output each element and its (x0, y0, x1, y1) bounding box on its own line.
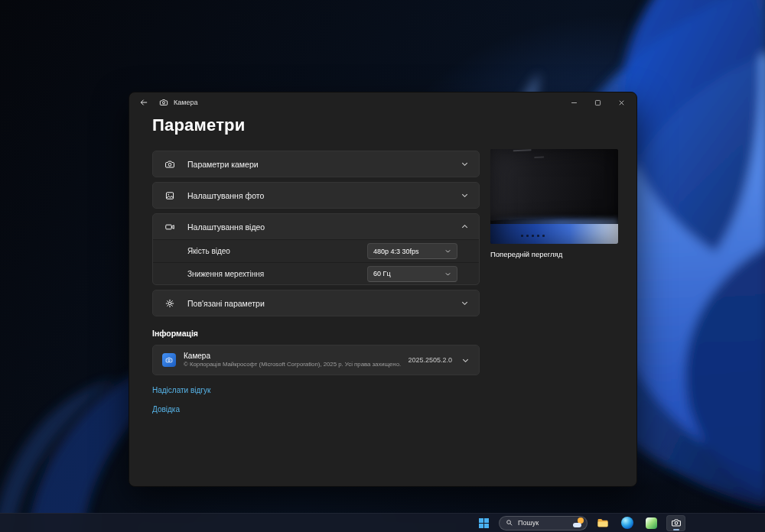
edge-browser-button[interactable] (617, 515, 636, 531)
search-label: Пошук (518, 519, 568, 527)
camera-app-taskbar-button[interactable] (666, 515, 685, 531)
photo-icon (163, 190, 176, 201)
section-label: Налаштування відео (187, 222, 265, 232)
start-button[interactable] (474, 515, 493, 531)
video-settings-rows: Якість відео 480p 4:3 30fps Зниження мер… (153, 239, 479, 284)
camera-preview-image (490, 149, 618, 244)
about-version: 2025.2505.2.0 (408, 356, 452, 364)
windows-logo-icon (479, 518, 489, 528)
taskbar: Пошук (0, 513, 765, 532)
chevron-down-icon (444, 271, 451, 277)
section-camera-settings: Параметри камери (152, 151, 480, 177)
help-link[interactable]: Довідка (152, 405, 180, 414)
info-section-header: Інформація (152, 329, 480, 338)
preview-panel: Попередній перегляд (490, 149, 618, 258)
video-quality-label: Якість відео (187, 247, 230, 255)
minimize-icon (570, 99, 578, 107)
section-photo-settings-header[interactable]: Налаштування фото (153, 183, 479, 208)
camera-icon (163, 159, 176, 170)
video-quality-row: Якість відео 480p 4:3 30fps (153, 240, 479, 262)
section-label: Пов'язані параметри (187, 299, 265, 308)
feedback-link[interactable]: Надіслати відгук (152, 386, 210, 394)
edge-icon (621, 517, 633, 529)
camera-settings-window: Камера Параметри (129, 92, 637, 487)
chevron-down-icon (461, 191, 469, 200)
about-text: Камера © Корпорація Майкрософт (Microsof… (184, 351, 401, 368)
section-related-settings: Пов'язані параметри (152, 290, 480, 316)
flicker-reduction-row: Зниження мерехтіння 60 Гц (153, 262, 479, 284)
preview-label: Попередній перегляд (490, 250, 618, 258)
chevron-down-icon (461, 356, 470, 365)
maximize-icon (594, 99, 602, 107)
close-button[interactable] (610, 93, 632, 112)
section-label: Налаштування фото (187, 191, 264, 200)
video-icon (163, 222, 176, 232)
video-quality-dropdown[interactable]: 480p 4:3 30fps (367, 243, 457, 259)
preview-dock-dots (521, 235, 545, 237)
folder-icon (597, 517, 609, 529)
close-icon (617, 99, 626, 107)
video-quality-value: 480p 4:3 30fps (373, 248, 419, 255)
weather-widget-icon (573, 517, 584, 528)
chevron-down-icon (444, 248, 451, 255)
settings-list: Параметри камери Налаштування фото (152, 151, 480, 414)
file-explorer-button[interactable] (593, 515, 612, 531)
section-video-settings: Налаштування відео Якість відео 480p 4:3… (152, 213, 480, 285)
about-app-card[interactable]: Камера © Корпорація Майкрософт (Microsof… (152, 345, 480, 375)
camera-app-icon (159, 98, 168, 107)
section-video-settings-header[interactable]: Налаштування відео (153, 214, 479, 239)
preview-desk-strip (490, 224, 618, 244)
back-arrow-icon (139, 98, 148, 107)
taskbar-app-button[interactable] (642, 515, 661, 531)
search-icon (506, 519, 513, 527)
chevron-down-icon (461, 160, 469, 168)
section-label: Параметри камери (187, 160, 259, 169)
green-app-icon (646, 517, 657, 529)
desktop: Камера Параметри (0, 0, 765, 532)
titlebar: Камера (129, 92, 636, 112)
about-copyright: © Корпорація Майкрософт (Microsoft Corpo… (184, 361, 401, 368)
about-app-name: Камера (184, 351, 401, 361)
window-controls (563, 93, 632, 112)
maximize-button[interactable] (587, 93, 608, 112)
chevron-up-icon (461, 222, 469, 231)
camera-app-tile-icon (162, 353, 176, 367)
gear-icon (163, 298, 176, 309)
taskbar-items: Пошук (474, 514, 685, 532)
chevron-down-icon (461, 299, 469, 307)
section-photo-settings: Налаштування фото (152, 182, 480, 209)
minimize-button[interactable] (563, 93, 584, 112)
section-camera-settings-header[interactable]: Параметри камери (153, 151, 479, 177)
preview-monitor-shape (490, 149, 618, 220)
section-related-settings-header[interactable]: Пов'язані параметри (153, 290, 479, 316)
window-title: Камера (174, 99, 197, 106)
search-box[interactable]: Пошук (499, 516, 588, 530)
flicker-reduction-dropdown[interactable]: 60 Гц (367, 266, 457, 282)
camera-icon (671, 517, 682, 528)
flicker-reduction-label: Зниження мерехтіння (187, 270, 264, 278)
flicker-reduction-value: 60 Гц (373, 270, 391, 277)
back-button[interactable] (134, 94, 154, 111)
page-title: Параметри (152, 115, 245, 135)
